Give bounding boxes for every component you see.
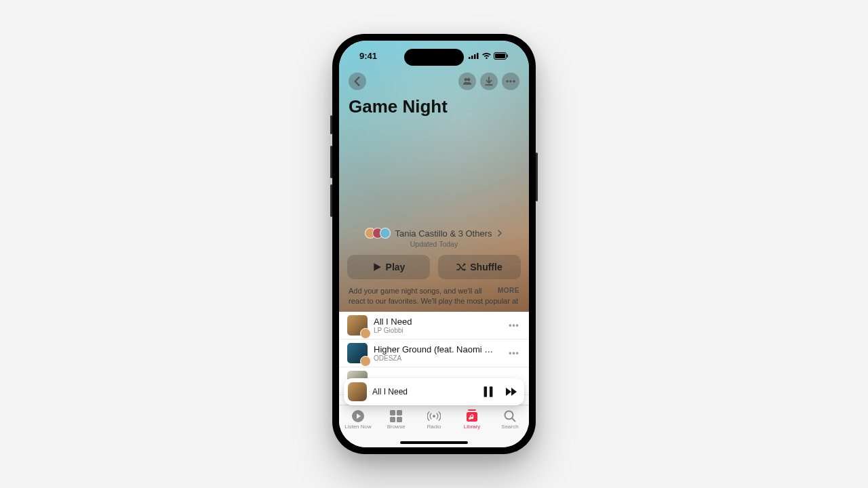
tab-listen-now[interactable]: Listen Now [340,409,376,430]
tab-radio[interactable]: Radio [416,409,452,430]
status-time: 9:41 [359,51,377,61]
tab-browse[interactable]: Browse [378,409,414,430]
shuffle-button[interactable]: Shuffle [438,255,521,279]
play-circle-icon [351,409,365,423]
phone-frame: 9:41 [332,34,536,454]
avatar [380,228,391,239]
shuffle-icon [456,262,466,272]
download-icon [484,77,494,86]
svg-point-7 [465,78,467,81]
wifi-icon [481,52,492,60]
svg-point-11 [513,81,515,83]
now-playing-art [348,382,367,401]
next-button[interactable] [505,386,517,398]
svg-rect-6 [507,54,509,57]
collaborators-row[interactable]: Tania Castillo & 3 Others [347,228,521,239]
tab-bar: Listen Now Browse Radio Library Search [339,405,529,447]
collaborator-avatars [365,228,391,239]
now-playing-bar[interactable]: All I Need [344,378,524,405]
track-artist: ODESZA [374,354,501,362]
home-indicator[interactable] [400,441,468,444]
svg-rect-15 [390,410,395,415]
ellipsis-icon [506,77,515,86]
svg-rect-5 [495,54,505,58]
svg-rect-3 [477,53,479,59]
updated-label: Updated Today [347,240,521,248]
screen: 9:41 [339,41,529,447]
collaborators-text: Tania Castillo & 3 Others [395,228,492,239]
svg-point-10 [510,81,512,83]
track-artist: LP Giobbi [374,327,501,334]
status-indicators [469,52,509,60]
radio-icon [427,409,441,423]
tab-library[interactable]: Library [454,409,490,430]
chevron-right-icon [496,230,503,237]
contributor-badge [360,356,371,367]
pause-button[interactable] [482,386,494,398]
track-more-button[interactable]: ••• [507,321,521,330]
play-icon [372,262,382,272]
svg-rect-0 [469,57,471,59]
svg-rect-16 [397,410,402,415]
more-button[interactable] [502,73,519,90]
track-more-button[interactable]: ••• [507,348,521,358]
status-bar: 9:41 [347,41,521,70]
battery-icon [494,52,509,60]
svg-point-8 [467,78,470,81]
svg-point-21 [505,411,513,420]
svg-rect-2 [474,54,476,59]
download-button[interactable] [480,73,498,90]
playlist-description: MORE Add your game night songs, and we'l… [347,286,521,312]
track-row[interactable]: Higher Ground (feat. Naomi Wild) ODESZA … [339,340,529,367]
more-link[interactable]: MORE [498,286,519,296]
track-title: All I Need [374,317,501,327]
grid-icon [389,409,403,423]
svg-rect-17 [390,417,395,422]
track-title: Higher Ground (feat. Naomi Wild) [374,344,501,354]
album-art [347,315,368,336]
album-art [347,343,368,363]
play-button[interactable]: Play [347,255,430,279]
svg-point-19 [433,415,435,418]
svg-rect-12 [484,386,488,396]
playlist-header: 9:41 [339,41,529,312]
now-playing-title: All I Need [372,387,477,396]
svg-rect-1 [471,56,473,59]
search-icon [503,409,517,423]
svg-rect-18 [397,417,402,422]
svg-point-9 [507,81,509,83]
contributor-badge [360,328,371,339]
playlist-title: Game Night [347,96,521,117]
svg-rect-13 [490,386,493,396]
track-row[interactable]: All I Need LP Giobbi ••• [339,312,529,340]
back-button[interactable] [349,73,366,90]
people-icon [462,77,472,86]
tab-search[interactable]: Search [492,409,528,430]
chevron-left-icon [353,77,362,86]
collaborators-button[interactable] [458,73,476,90]
library-icon [465,409,479,423]
signal-icon [469,52,479,59]
